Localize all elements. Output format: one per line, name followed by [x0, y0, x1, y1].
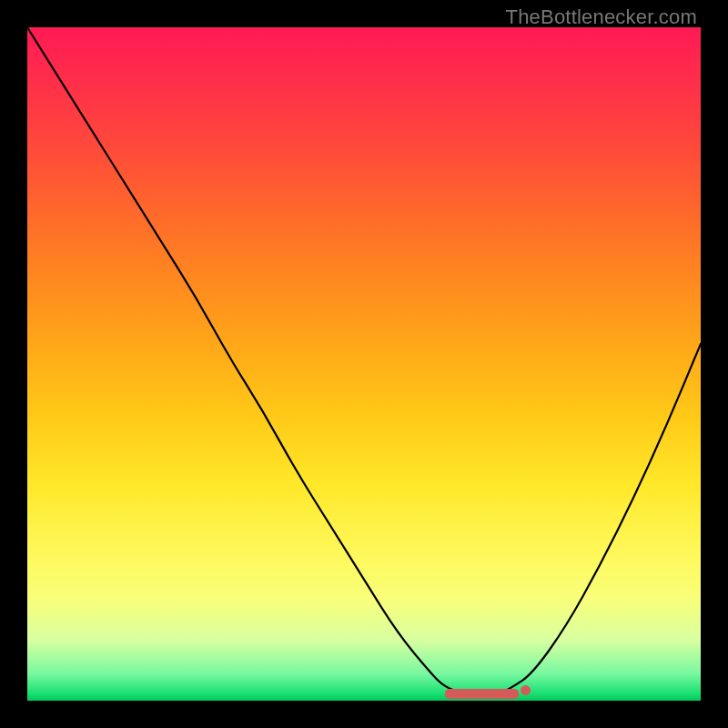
chart-frame: TheBottlenecker.com — [0, 0, 728, 728]
plot-area — [27, 27, 701, 701]
bottleneck-curve — [27, 27, 701, 694]
valley-marker-bar — [445, 689, 519, 699]
watermark-label: TheBottlenecker.com — [506, 5, 697, 29]
curve-svg — [27, 27, 701, 701]
valley-marker-dot — [521, 685, 531, 695]
